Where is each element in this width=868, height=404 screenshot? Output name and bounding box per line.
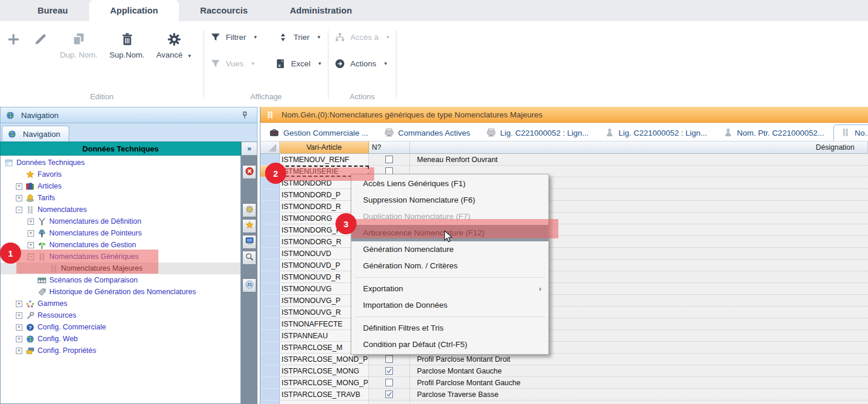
designation-cell[interactable]: Parclose Traverse Basse [410,389,868,400]
tree-item[interactable]: +Tarifs [1,192,240,204]
tree-item[interactable]: Scénarios de Comparaison [1,274,240,286]
views-button[interactable]: Vues ▼ [210,58,255,69]
collapse-expander-icon[interactable]: − [16,207,22,213]
ribbon-tab-raccourcis[interactable]: Raccourcis [179,0,269,21]
tree-item[interactable]: +Nomenclatures de Gestion [1,239,240,251]
tree-item[interactable]: +Ressources [1,309,240,321]
row-selector-cell[interactable] [260,189,280,201]
expand-expander-icon[interactable]: + [16,312,22,319]
advanced-button[interactable]: Avancé ▼ [151,28,198,63]
row-selector-cell[interactable] [260,354,280,365]
expand-expander-icon[interactable]: + [16,195,22,201]
sort-button[interactable]: Trier ▼ [277,32,321,43]
tree-item[interactable]: +Config. Web [1,333,240,345]
row-selector-cell[interactable] [260,377,280,389]
ribbon-tab-bureau[interactable]: Bureau [16,0,89,21]
context-menu-item[interactable]: Arborescence Nomenclature (F12) [351,225,548,241]
row-selector-cell[interactable] [260,201,280,213]
checkbox-unchecked[interactable] [385,379,393,386]
expand-expander-icon[interactable]: + [16,336,22,342]
expand-expander-icon[interactable]: + [16,324,22,331]
document-tab[interactable]: No... [833,124,868,141]
tree-item[interactable]: +Gammes [1,298,240,309]
row-selector-cell[interactable] [260,330,280,342]
row-selector-cell[interactable] [260,248,280,260]
context-menu-item[interactable]: Condition par Défaut (Ctrl-F5) [351,336,548,353]
expand-expander-icon[interactable]: + [16,348,22,354]
row-selector-cell[interactable] [260,389,280,400]
designation-cell[interactable]: Parclose Montant Gauche [410,365,868,376]
expand-expander-icon[interactable]: + [16,301,22,307]
excel-export-button[interactable]: x Excel ▼ [275,58,322,69]
vari-article-cell[interactable]: ISTPARCLOSE_MONG_P [280,377,369,388]
pin-icon[interactable] [240,110,249,120]
add-button[interactable] [0,28,27,51]
context-menu-item[interactable]: Exportation› [351,281,548,297]
star-badge-button[interactable] [242,203,256,217]
table-row[interactable]: ISTPARCLOSE_MOND_PProfil Parclose Montan… [260,354,868,365]
close-button[interactable] [242,165,256,179]
expand-expander-icon[interactable]: + [28,218,34,225]
tree-item[interactable]: +Nomenclatures de Définition [1,216,240,227]
duplicate-nomenclature-button[interactable]: Dup. Nom. [54,28,104,63]
row-selector-cell[interactable] [260,271,280,283]
computer-button[interactable] [242,235,256,249]
row-selector-cell[interactable] [260,177,280,189]
expand-expander-icon[interactable]: + [28,242,34,248]
filter-button[interactable]: Filtrer ▼ [210,32,257,43]
context-menu-item[interactable]: Duplication Nomenclature (F7) [351,208,548,225]
select-all-corner-cell[interactable] [260,142,280,154]
table-row[interactable] [260,400,868,404]
context-menu-item[interactable]: Suppression Nomenclature (F6) [351,192,548,208]
z1-button[interactable]: Z1 [242,278,256,292]
vari-article-cell[interactable] [280,400,369,404]
table-row[interactable]: ISTPARCLOSE_TRAVBParclose Traverse Basse [260,389,868,400]
checkbox-unchecked[interactable] [385,156,393,163]
row-selector-cell[interactable] [260,400,280,404]
designation-cell[interactable]: Meneau Renfort Ouvrant [410,154,868,165]
context-menu-item[interactable]: Définition Filtres et Tris [351,320,548,336]
vari-article-cell[interactable]: ISTPARCLOSE_MOND_P [280,354,369,365]
row-selector-cell[interactable] [260,283,280,295]
context-menu-item[interactable]: Génération Nomenclature [351,241,548,258]
collapse-panel-button[interactable]: » [241,142,257,156]
tree-item[interactable]: Historique de Génération des Nomenclatur… [1,286,240,298]
designation-cell[interactable] [410,400,868,404]
tree-item[interactable]: +?Config. Commerciale [1,321,240,333]
row-selector-cell[interactable] [260,236,280,248]
designation-cell[interactable]: Profil Parclose Montant Gauche [410,377,868,388]
checkbox-checked[interactable] [385,367,393,375]
edit-button[interactable] [27,28,54,51]
expand-expander-icon[interactable]: + [28,230,34,237]
checkbox-checked[interactable] [385,390,393,398]
tree-item[interactable]: +Nomenclatures de Pointeurs [1,227,240,239]
vari-article-cell[interactable]: ISTPARCLOSE_MONG [280,365,369,376]
ribbon-tab-application[interactable]: Application [89,0,179,21]
column-header-n[interactable]: N? [369,142,410,154]
row-selector-cell[interactable] [260,166,280,177]
vari-article-cell[interactable]: ISTPARCLOSE_TRAVB [280,389,369,400]
context-menu-item[interactable]: Importation de Données [351,297,548,314]
delete-nomenclature-button[interactable]: Sup.Nom. [104,28,151,63]
context-menu-item[interactable]: Accès Liens Génériques (F1) [351,176,548,192]
row-selector-cell[interactable] [260,260,280,271]
document-tab[interactable]: Nom. Ptr. C221000052... [717,125,832,141]
column-header-designation[interactable]: Désignation [410,142,868,154]
context-menu-item[interactable]: Génération Nom. / Critères [351,258,548,274]
row-selector-cell[interactable] [260,342,280,354]
row-selector-cell[interactable] [260,318,280,330]
expand-expander-icon[interactable]: + [16,183,22,190]
tree-item[interactable]: +Config. Propriétés [1,345,240,356]
actions-button[interactable]: Actions ▼ [334,58,388,69]
tree-item[interactable]: Favoris [1,169,240,180]
collapse-expander-icon[interactable]: − [28,254,34,260]
row-selector-cell[interactable] [260,307,280,318]
tree-item[interactable]: Données Techniques [1,157,240,169]
row-selector-cell[interactable] [260,213,280,224]
column-header-vari-article[interactable]: Vari-Article [280,142,369,154]
search-button[interactable] [242,251,256,265]
tree-item[interactable]: +Articles [1,180,240,192]
document-tab[interactable]: Lig. C221000052 : Lign... [598,125,714,141]
tree-item[interactable]: −Nomenclatures Génériques [1,251,240,262]
document-tab[interactable]: Gestion Commerciale ... [263,125,375,141]
